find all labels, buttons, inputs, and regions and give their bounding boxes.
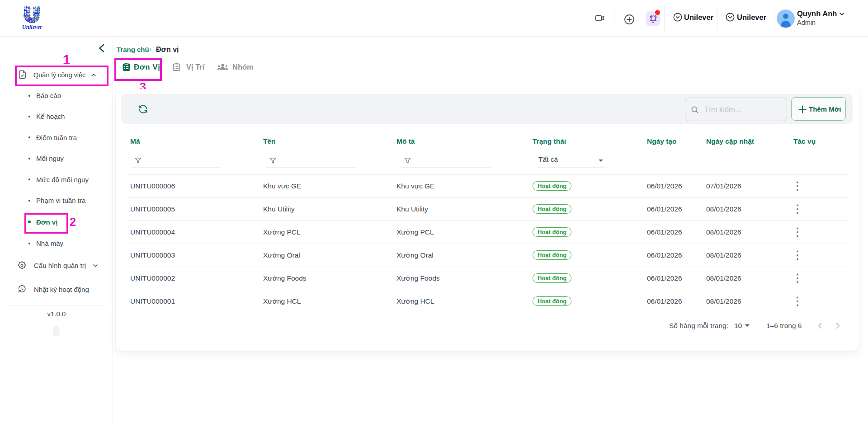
svg-text:Unilever: Unilever [22,24,42,30]
